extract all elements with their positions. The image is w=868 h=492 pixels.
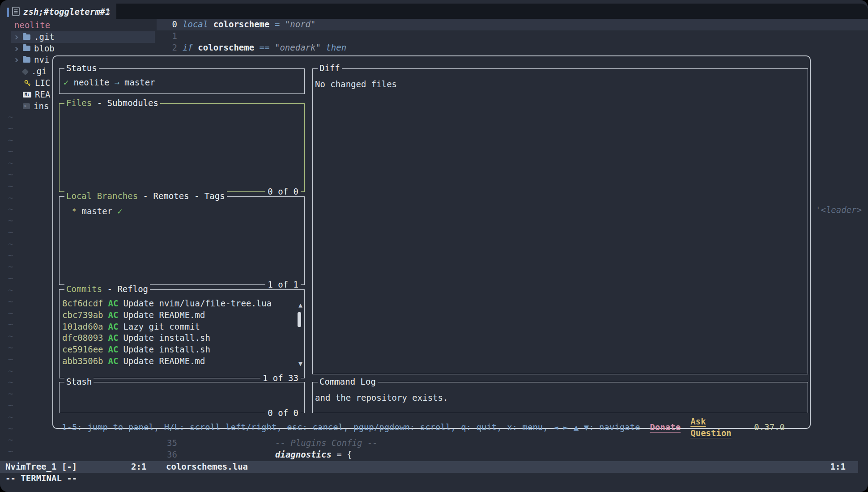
commit-message: Lazy git commit <box>123 321 200 333</box>
folder-icon <box>23 34 30 40</box>
commit-message: Update README.md <box>123 356 205 367</box>
markdown-icon: M↓ <box>23 92 31 98</box>
commit-row[interactable]: 101ad60aACLazy git commit <box>60 321 304 333</box>
commit-author-initials: AC <box>108 321 119 333</box>
tree-item-label: blob <box>34 43 55 55</box>
tree-root-label: neolite <box>11 20 155 31</box>
commit-row[interactable]: cbc739abACUpdate README.md <box>60 310 304 321</box>
status-panel-title: Status <box>64 63 99 74</box>
file-icon <box>12 7 20 19</box>
branch-name: master <box>81 206 112 217</box>
chevron-right-icon <box>14 54 20 66</box>
commits-panel-title[interactable]: Commits <box>66 284 102 294</box>
tabline <box>116 4 868 19</box>
command-log-content: and the repository exists. <box>313 382 808 404</box>
donate-link[interactable]: Donate <box>650 422 681 433</box>
code-line: 36diagnostics = { <box>157 449 868 461</box>
commit-author-initials: AC <box>108 332 119 344</box>
mode-indicator: -- TERMINAL -- <box>5 473 77 484</box>
tree-item-label: REA <box>35 89 50 101</box>
commit-row[interactable]: dfc08093ACUpdate install.sh <box>60 332 304 344</box>
chevron-right-icon <box>14 31 20 43</box>
leader-pending-hint: '<leader> <box>816 204 862 216</box>
code-line: 1 <box>157 30 868 42</box>
commits-panel-subtitle[interactable]: - Reflog <box>102 284 148 294</box>
line-number: 2 <box>157 42 177 54</box>
branches-panel[interactable]: Local Branches - Remotes - Tags *master✓… <box>59 196 305 285</box>
line-number: 35 <box>157 437 177 449</box>
ask-question-link[interactable]: Ask Question <box>690 416 748 439</box>
lazygit-footer: 1-5: jump to panel, H/L: scroll left/rig… <box>62 416 785 439</box>
statusline-position-right: 1:1 <box>830 461 846 473</box>
keybindings-help: 1-5: jump to panel, H/L: scroll left/rig… <box>62 422 640 433</box>
code-line: 35-- Plugins Config -- <box>157 437 868 449</box>
scroll-up-icon[interactable]: ▲ <box>298 302 302 309</box>
files-panel-title[interactable]: Files <box>66 98 92 108</box>
statusline-buffer: NvimTree_1 [-] <box>5 461 77 473</box>
chevron-right-icon <box>14 43 20 55</box>
commit-list: 8cf6dcdfACUpdate nvim/lua/file-tree.luac… <box>60 290 304 367</box>
commit-hash: 8cf6dcdf <box>62 298 103 310</box>
version-label: 0.37.0 <box>754 422 785 433</box>
command-log-title: Command Log <box>318 376 378 388</box>
command-log-panel[interactable]: Command Log and the repository exists. <box>312 382 808 413</box>
commit-message: Update install.sh <box>123 344 210 356</box>
editor-code-bottom[interactable]: 35-- Plugins Config --36diagnostics = { <box>157 437 868 461</box>
folder-icon <box>23 57 30 63</box>
tab-accent-bar <box>7 8 9 17</box>
tree-item-label: LIC <box>35 77 50 89</box>
arrow-right-icon: → <box>115 77 119 89</box>
diff-panel-title: Diff <box>318 63 342 74</box>
tree-item-git[interactable]: .git <box>11 31 155 43</box>
commit-message: Update README.md <box>123 310 205 321</box>
line-number: 1 <box>157 30 177 42</box>
statusline: NvimTree_1 [-] 2:1 colorschemes.lua 1:1 <box>0 461 858 473</box>
branch-name: master <box>124 77 155 89</box>
current-branch-marker: * <box>72 206 77 217</box>
editor-code-top[interactable]: 0local colorscheme = "nord"12if colorsch… <box>157 19 868 53</box>
check-icon: ✓ <box>64 77 68 89</box>
status-panel[interactable]: Status ✓neolite→master <box>59 68 305 94</box>
app-window: zsh;#toggleterm#1 × neolite .gitblobnvi.… <box>0 0 868 492</box>
tree-item-label: nvi <box>34 54 49 66</box>
commit-hash: ce5916ee <box>62 344 103 356</box>
scroll-down-icon[interactable]: ▼ <box>298 361 302 367</box>
diff-panel[interactable]: Diff No changed files <box>312 68 808 374</box>
commit-row[interactable]: ce5916eeACUpdate install.sh <box>60 344 304 356</box>
files-panel[interactable]: Files - Submodules 0 of 0 <box>59 103 305 192</box>
lazygit-window: Status ✓neolite→master Files - Submodule… <box>52 55 811 429</box>
tab-close-button[interactable]: × <box>106 6 111 18</box>
line-number: 36 <box>157 449 177 461</box>
tab-title[interactable]: zsh;#toggleterm#1 <box>23 6 110 18</box>
git-icon <box>22 68 29 75</box>
branches-panel-title[interactable]: Local Branches <box>66 191 138 201</box>
tree-item-label: ins <box>34 101 49 112</box>
folder-icon <box>23 46 30 51</box>
commit-row[interactable]: abb3506bACUpdate README.md <box>60 356 304 367</box>
terminal-icon: >_ <box>23 103 30 109</box>
diff-content: No changed files <box>313 69 808 90</box>
commits-panel[interactable]: Commits - Reflog 8cf6dcdfACUpdate nvim/l… <box>59 289 305 378</box>
scrollbar-thumb[interactable] <box>298 312 301 327</box>
commit-hash: cbc739ab <box>62 310 103 321</box>
code-line: 0local colorscheme = "nord" <box>157 19 868 30</box>
tree-item-label: .git <box>34 31 55 43</box>
commit-hash: abb3506b <box>62 356 103 367</box>
commit-author-initials: AC <box>108 344 119 356</box>
tree-item-blob[interactable]: blob <box>11 43 155 55</box>
commit-author-initials: AC <box>108 298 119 310</box>
commit-hash: 101ad60a <box>62 321 103 333</box>
stash-panel-title: Stash <box>64 376 94 388</box>
check-icon: ✓ <box>117 206 122 217</box>
files-panel-subtitle[interactable]: - Submodules <box>92 98 158 108</box>
commit-hash: dfc08093 <box>62 332 103 344</box>
commit-author-initials: AC <box>108 356 119 367</box>
commit-row[interactable]: 8cf6dcdfACUpdate nvim/lua/file-tree.lua <box>60 298 304 310</box>
commit-author-initials: AC <box>108 310 119 321</box>
commit-message: Update install.sh <box>123 332 210 344</box>
key-icon <box>23 80 31 87</box>
stash-panel[interactable]: Stash 0 of 0 <box>59 382 305 413</box>
branches-panel-subtitle[interactable]: - Remotes - Tags <box>138 191 225 201</box>
repo-name: neolite <box>73 77 109 89</box>
tree-item-label: .gi <box>31 66 47 77</box>
